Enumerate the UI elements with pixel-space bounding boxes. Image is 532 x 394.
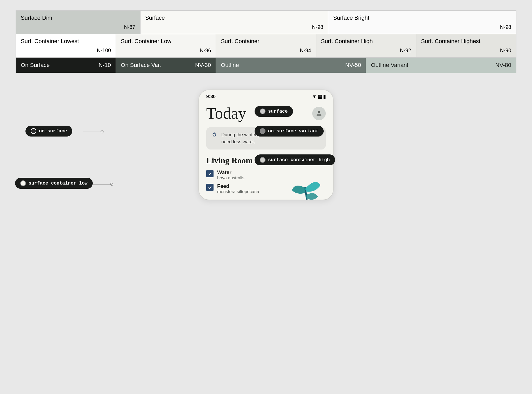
annotation-on-surface: on-surface bbox=[25, 126, 72, 137]
task-name-water: Water bbox=[217, 169, 244, 175]
annotation-surface-container-low: surface container low bbox=[15, 178, 93, 189]
swatch-outline-var-value: NV-80 bbox=[495, 62, 511, 69]
swatch-cont-lowest-value: N-100 bbox=[21, 47, 111, 53]
phone-title: Today bbox=[206, 104, 246, 123]
swatch-cont-label: Surf. Container bbox=[221, 38, 311, 45]
swatch-cont-low: Surf. Container Low N-96 bbox=[116, 34, 216, 57]
annotation-surface-dot bbox=[260, 108, 265, 114]
swatch-outline-var: Outline Variant NV-80 bbox=[366, 57, 516, 73]
swatch-cont-low-label: Surf. Container Low bbox=[121, 38, 211, 45]
swatch-surface-dim-value: N-87 bbox=[21, 24, 135, 30]
signal-icon: ▩ bbox=[318, 94, 322, 99]
checkbox-feed[interactable] bbox=[206, 184, 214, 191]
svg-point-2 bbox=[101, 131, 103, 133]
swatch-cont-high-label: Surf. Container High bbox=[321, 38, 411, 45]
task-sub-water: hoya australis bbox=[217, 175, 244, 181]
task-list: Water hoya australis Feed monstera silte… bbox=[206, 169, 326, 194]
annotation-on-surface-variant-label: on-surface variant bbox=[268, 128, 318, 134]
swatch-outline: Outline NV-50 bbox=[216, 57, 366, 73]
swatch-surface-bright: Surface Bright N-98 bbox=[328, 11, 516, 34]
lightbulb-icon bbox=[211, 132, 218, 140]
swatch-on-surface-value: N-10 bbox=[98, 62, 111, 69]
swatch-cont-high: Surf. Container High N-92 bbox=[316, 34, 416, 57]
annotation-on-surface-variant-dot bbox=[260, 128, 265, 134]
annotation-surface-container-low-label: surface container low bbox=[29, 181, 88, 186]
swatch-outline-label: Outline bbox=[221, 62, 239, 69]
annotation-surface: surface bbox=[255, 106, 293, 117]
color-table: Surface Dim N-87 Surface N-98 Surface Br… bbox=[16, 10, 516, 73]
swatch-cont-lowest: Surf. Container Lowest N-100 bbox=[16, 34, 116, 57]
annotation-on-surface-variant: on-surface variant bbox=[255, 126, 324, 137]
swatch-cont-value: N-94 bbox=[221, 47, 311, 53]
swatch-on-surface-var: On Surface Var. NV-30 bbox=[116, 57, 216, 73]
swatch-surface-bright-value: N-98 bbox=[333, 24, 511, 30]
svg-point-8 bbox=[110, 183, 113, 186]
swatch-cont-low-value: N-96 bbox=[121, 47, 211, 53]
annotation-on-surface-dot bbox=[31, 128, 36, 134]
swatch-on-surface: On Surface N-10 bbox=[16, 57, 116, 73]
wifi-icon: ▼ bbox=[312, 94, 317, 99]
plant-illustration bbox=[289, 167, 326, 200]
swatch-outline-value: NV-50 bbox=[345, 62, 361, 69]
annotation-surface-label: surface bbox=[268, 109, 288, 114]
swatch-cont-highest: Surf. Container Highest N-90 bbox=[416, 34, 516, 57]
avatar[interactable] bbox=[312, 107, 326, 120]
checkbox-water[interactable] bbox=[206, 170, 214, 177]
swatch-on-surface-var-value: NV-30 bbox=[195, 62, 211, 69]
swatch-surface-dim-label: Surface Dim bbox=[21, 15, 135, 21]
task-text-feed: Feed monstera siltepecana bbox=[217, 183, 259, 194]
annotation-surface-container-low-dot bbox=[20, 180, 26, 186]
swatch-cont-highest-label: Surf. Container Highest bbox=[421, 38, 511, 45]
swatch-surface: Surface N-98 bbox=[140, 11, 328, 34]
annotation-surface-container-high: surface container high bbox=[255, 154, 335, 165]
annotation-on-surface-label: on-surface bbox=[39, 128, 67, 134]
status-icons: ▼ ▩ ▮ bbox=[312, 94, 326, 99]
swatch-surface-label: Surface bbox=[145, 15, 323, 21]
swatch-surface-dim: Surface Dim N-87 bbox=[16, 11, 140, 34]
swatch-surface-value: N-98 bbox=[145, 24, 323, 30]
phone-status-bar: 9:30 ▼ ▩ ▮ bbox=[199, 90, 333, 101]
annotation-surface-container-high-label: surface container high bbox=[268, 157, 330, 162]
swatch-cont-high-value: N-92 bbox=[321, 47, 411, 53]
task-name-feed: Feed bbox=[217, 183, 259, 189]
annotation-surface-container-high-dot bbox=[260, 157, 265, 163]
task-text-water: Water hoya australis bbox=[217, 169, 244, 181]
swatch-outline-var-label: Outline Variant bbox=[371, 62, 408, 69]
svg-point-11 bbox=[213, 133, 216, 136]
phone-time: 9:30 bbox=[206, 94, 216, 99]
task-sub-feed: monstera siltepecana bbox=[217, 189, 259, 194]
swatch-cont: Surf. Container N-94 bbox=[216, 34, 316, 57]
swatch-cont-lowest-label: Surf. Container Lowest bbox=[21, 38, 111, 45]
swatch-on-surface-var-label: On Surface Var. bbox=[121, 62, 161, 69]
battery-icon: ▮ bbox=[323, 94, 326, 99]
svg-point-10 bbox=[318, 111, 320, 113]
swatch-on-surface-label: On Surface bbox=[21, 62, 50, 69]
swatch-cont-highest-value: N-90 bbox=[421, 47, 511, 53]
swatch-surface-bright-label: Surface Bright bbox=[333, 15, 511, 21]
